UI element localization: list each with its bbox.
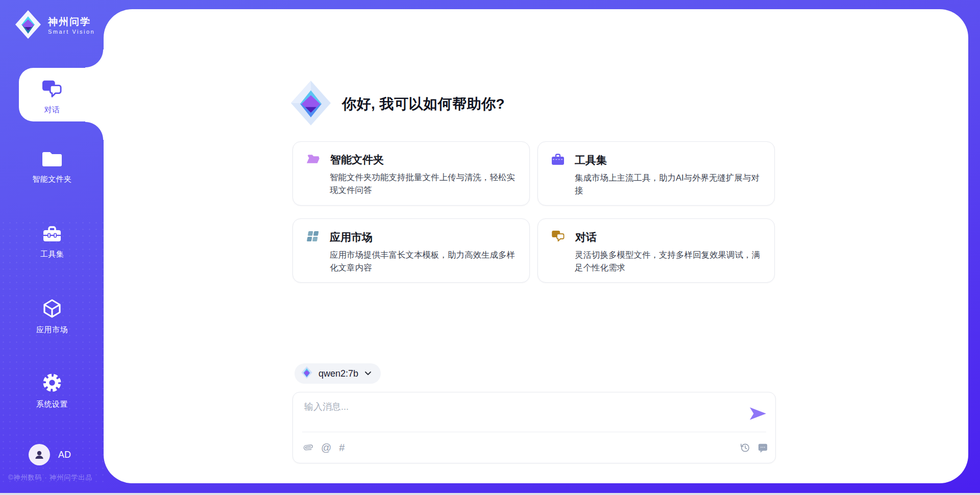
paperclip-icon [303,442,313,453]
sidebar-item-label: 应用市场 [36,325,68,335]
sidebar-item-settings[interactable]: 系统设置 [0,373,104,409]
composer: @ # [292,392,776,463]
card-description: 智能文件夹功能支持批量文件上传与清洗，轻松实现文件问答 [330,171,518,196]
chat-bubbles-icon [551,230,565,244]
chevron-down-icon [364,369,372,378]
app-window: 神州问学 Smart Vision 对话 智能文件夹 [0,0,980,495]
card-title: 工具集 [575,153,607,167]
attach-button[interactable] [303,442,313,453]
folder-icon [42,150,62,170]
greeting-title: 你好, 我可以如何帮助你? [342,94,505,114]
card-description: 应用市场提供丰富长文本模板，助力高效生成多样化文章内容 [330,249,518,274]
message-input[interactable] [303,400,724,431]
send-icon [750,407,766,420]
card-app-market[interactable]: 应用市场 应用市场提供丰富长文本模板，助力高效生成多样化文章内容 [292,218,530,283]
mention-button[interactable]: @ [321,442,331,453]
sidebar-item-chat[interactable]: 对话 [0,79,104,115]
sidebar-item-label: 智能文件夹 [32,175,72,184]
model-selector-button[interactable]: qwen2:7b [295,363,381,384]
tab-fillet-top [85,50,104,68]
conversation-button[interactable] [757,442,768,453]
card-title: 智能文件夹 [330,153,384,167]
app-title: 神州问学 [48,16,95,28]
greeting: 你好, 我可以如何帮助你? [291,81,505,128]
cube-icon [42,298,62,320]
model-diamond-icon [301,366,312,381]
briefcase-icon [42,224,62,245]
history-clock-icon [740,442,750,453]
sidebar-item-label: 系统设置 [36,400,68,409]
card-description: 集成市场上主流工具，助力AI与外界无缝扩展与对接 [575,171,763,197]
composer-toolbar: @ # [303,432,768,463]
hash-icon: # [339,442,345,453]
tab-fillet-bottom [85,121,104,140]
send-button[interactable] [749,406,767,421]
sidebar-item-label: 对话 [44,105,60,115]
feature-cards: 智能文件夹 智能文件夹功能支持批量文件上传与清洗，轻松实现文件问答 工具集 集成… [292,141,775,283]
card-title: 应用市场 [330,230,373,244]
user-name: AD [58,450,71,460]
brand-diamond-icon [14,10,42,41]
card-toolset[interactable]: 工具集 集成市场上主流工具，助力AI与外界无缝扩展与对接 [537,141,775,206]
at-icon: @ [321,442,331,453]
sidebar-item-smart-folder[interactable]: 智能文件夹 [0,150,104,184]
card-chat[interactable]: 对话 灵活切换多模型文件，支持多样回复效果调试，满足个性化需求 [537,218,775,283]
history-button[interactable] [740,442,750,453]
topic-button[interactable]: # [339,442,345,453]
briefcase-icon [551,153,565,167]
chat-bubble-icon [757,442,768,453]
avatar [29,444,50,465]
sidebar-item-label: 工具集 [40,250,64,259]
user-profile[interactable]: AD [29,444,71,465]
sidebar-item-app-market[interactable]: 应用市场 [0,298,104,335]
greeting-diamond-icon [291,81,331,128]
app-subtitle: Smart Vision [48,29,95,35]
footer-credit: ©神州数码 · 神州问学出品 [8,473,92,482]
card-title: 对话 [575,230,597,244]
folder-open-icon [306,153,320,167]
card-smart-folder[interactable]: 智能文件夹 智能文件夹功能支持批量文件上传与清洗，轻松实现文件问答 [292,141,530,206]
model-selector-label: qwen2:7b [318,368,358,379]
gear-icon [42,373,62,395]
chat-bubbles-icon [41,79,63,101]
sidebar-item-toolset[interactable]: 工具集 [0,224,104,259]
grid-icon [306,230,320,244]
bottom-edge-strip [0,493,980,495]
person-icon [33,449,45,461]
app-logo: 神州问学 Smart Vision [14,10,95,41]
card-description: 灵活切换多模型文件，支持多样回复效果调试，满足个性化需求 [575,249,763,274]
